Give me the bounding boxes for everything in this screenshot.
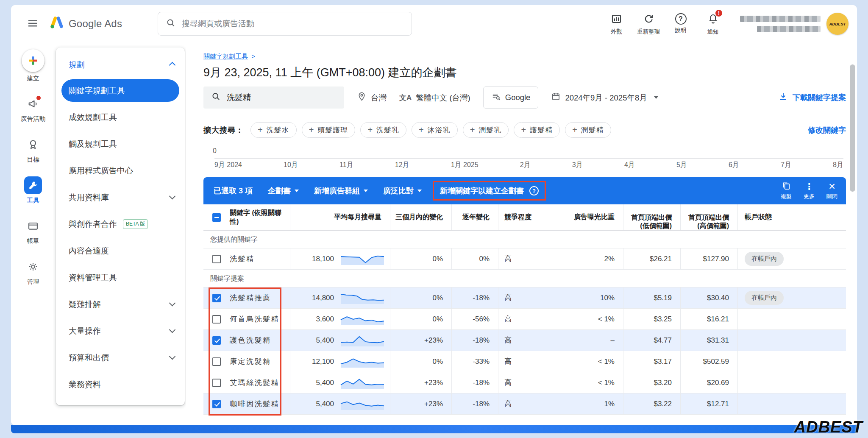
nav-item-creator-partnerships[interactable]: 與創作者合作 BETA 版 bbox=[56, 211, 185, 237]
broaden-chip[interactable]: + 潤髮乳 bbox=[463, 122, 509, 138]
broaden-chip[interactable]: + 頭髮護理 bbox=[302, 122, 356, 138]
nav-item-reach-planner[interactable]: 觸及規劃工具 bbox=[56, 131, 185, 157]
chevron-up-icon bbox=[169, 61, 176, 68]
broaden-chip[interactable]: + 洗髮水 bbox=[250, 122, 297, 138]
rail-item-billing[interactable]: 帳單 bbox=[24, 217, 42, 245]
keyword-cell[interactable]: 咖啡因洗髮精 bbox=[230, 399, 290, 409]
location-filter[interactable]: 台灣 bbox=[357, 92, 387, 103]
column-keyword[interactable]: 關鍵字 (依照關聯性) bbox=[230, 209, 290, 226]
broad-match-menu[interactable]: 廣泛比對 bbox=[383, 186, 422, 196]
nav-item-content-suitability[interactable]: 內容合適度 bbox=[56, 237, 185, 264]
help-button[interactable]: ? 說明 bbox=[665, 12, 697, 34]
column-competition[interactable]: 競爭程度 bbox=[498, 204, 549, 230]
table-row[interactable]: 洗髮精推薦 14,800 0% -18% 高 10% $5.19 $30.40 … bbox=[203, 287, 846, 309]
trend-sparkline bbox=[339, 252, 386, 266]
nav-item-business-data[interactable]: 業務資料 bbox=[56, 371, 185, 398]
column-top-of-page-bid-high[interactable]: 首頁頂端出價 (高價範圍) bbox=[680, 204, 737, 230]
campaigns-icon bbox=[24, 95, 42, 113]
edit-keywords-link[interactable]: 修改關鍵字 bbox=[808, 125, 846, 135]
broaden-search-row: 擴大搜尋： + 洗髮水 + 頭髮護理 + 洗髮乳 + 沐浴乳 + 潤髮乳 + 護… bbox=[203, 116, 846, 144]
search-icon bbox=[166, 18, 176, 30]
nav-item-keyword-planner[interactable]: 關鍵字規劃工具 bbox=[61, 79, 179, 102]
help-circle-icon[interactable]: ? bbox=[529, 186, 539, 195]
table-row[interactable]: 咖啡因洗髮精 5,400 +23% -18% 高 1% $3.22 $12.71 bbox=[203, 393, 846, 415]
broaden-chip[interactable]: + 潤髮精 bbox=[565, 122, 611, 138]
nav-item-performance-planner[interactable]: 成效規劃工具 bbox=[56, 104, 185, 131]
results-panel: 已選取 3 項 企劃書 新增廣告群組 廣泛比對 bbox=[203, 177, 846, 415]
copy-button[interactable]: 複製 bbox=[775, 181, 798, 201]
nav-item-app-ads-hub[interactable]: 應用程式廣告中心 bbox=[56, 157, 185, 184]
vertical-scrollbar[interactable] bbox=[850, 64, 855, 192]
breadcrumb: 關鍵字規劃工具 > bbox=[203, 53, 846, 61]
rail-item-admin[interactable]: 管理 bbox=[24, 258, 42, 286]
row-checkbox[interactable] bbox=[212, 336, 221, 345]
rail-item-create[interactable]: 建立 bbox=[22, 49, 45, 82]
row-checkbox[interactable] bbox=[212, 255, 221, 263]
nav-item-budgets-bidding[interactable]: 預算和出價 bbox=[56, 344, 185, 371]
row-checkbox[interactable] bbox=[212, 294, 221, 302]
row-checkbox[interactable] bbox=[212, 400, 221, 408]
account-info[interactable] bbox=[740, 16, 821, 32]
column-account-status[interactable]: 帳戶狀態 bbox=[737, 204, 846, 230]
keyword-cell[interactable]: 護色洗髮精 bbox=[230, 335, 290, 345]
keyword-cell[interactable]: 洗髮精 bbox=[230, 254, 290, 264]
network-filter[interactable]: Google bbox=[483, 86, 539, 109]
close-button[interactable]: ✕ 關閉 bbox=[821, 181, 843, 200]
breadcrumb-link[interactable]: 關鍵字規劃工具 bbox=[203, 53, 248, 60]
rail-item-goals[interactable]: 目標 bbox=[24, 136, 42, 164]
column-top-of-page-bid-low[interactable]: 首頁頂端出價 (低價範圍) bbox=[623, 204, 680, 230]
plan-menu[interactable]: 企劃書 bbox=[268, 186, 299, 196]
table-row[interactable]: 何首烏洗髮精 3,600 0% -56% 高 < 1% $3.25 $16.21 bbox=[203, 309, 846, 330]
column-ad-impression-share[interactable]: 廣告曝光比重 bbox=[549, 204, 623, 230]
keyword-cell[interactable]: 何首烏洗髮精 bbox=[230, 314, 290, 324]
column-three-month-change[interactable]: 三個月內的變化 bbox=[390, 204, 451, 230]
appearance-button[interactable]: 外觀 bbox=[600, 12, 632, 36]
keyword-cell[interactable]: 艾瑪絲洗髮精 bbox=[230, 378, 290, 388]
keyword-search-field[interactable]: 洗髮精 bbox=[203, 86, 344, 109]
broaden-chip[interactable]: + 護髮精 bbox=[514, 122, 560, 138]
table-row[interactable]: 艾瑪絲洗髮精 5,400 +23% -18% 高 < 1% $3.20 $20.… bbox=[203, 372, 846, 393]
beta-badge: BETA 版 bbox=[123, 219, 148, 229]
account-status-badge: 在帳戶內 bbox=[745, 291, 784, 305]
download-keyword-ideas-link[interactable]: 下載關鍵字提案 bbox=[778, 92, 846, 104]
row-checkbox[interactable] bbox=[212, 315, 221, 324]
row-checkbox[interactable] bbox=[212, 379, 221, 387]
table-row[interactable]: 康定洗髮精 12,100 0% -33% 高 < 1% $3.17 $502.5… bbox=[203, 351, 846, 372]
billing-icon bbox=[24, 217, 42, 235]
copy-icon bbox=[782, 181, 791, 192]
more-button[interactable]: ⋮ 更多 bbox=[798, 181, 821, 200]
nav-item-shared-library[interactable]: 共用資料庫 bbox=[56, 184, 185, 211]
top-of-page-bid-low-value: $4.77 bbox=[623, 330, 680, 351]
avg-monthly-searches-value: 5,400 bbox=[316, 400, 334, 408]
brand-name: Google Ads bbox=[69, 18, 122, 30]
language-filter[interactable]: 文A 繁體中文 (台灣) bbox=[399, 92, 470, 103]
column-avg-monthly-searches[interactable]: 平均每月搜尋量 bbox=[290, 204, 390, 230]
table-row[interactable]: 洗髮精 18,100 0% 0% 高 2% $26.21 $127.90 在帳戶… bbox=[203, 248, 846, 270]
date-range-filter[interactable]: 2024年9月 - 2025年8月 bbox=[551, 92, 658, 103]
global-search-input[interactable] bbox=[182, 19, 404, 28]
nav-item-troubleshooting[interactable]: 疑難排解 bbox=[56, 291, 185, 318]
keyword-cell[interactable]: 康定洗髮精 bbox=[230, 357, 290, 366]
refresh-button[interactable]: 重新整理 bbox=[632, 12, 665, 36]
campaigns-alert-dot bbox=[36, 96, 41, 100]
select-all-checkbox[interactable] bbox=[212, 213, 221, 222]
broaden-chip[interactable]: + 沐浴乳 bbox=[412, 122, 458, 138]
nav-section-planning[interactable]: 規劃 bbox=[56, 53, 185, 77]
broaden-chip[interactable]: + 洗髮乳 bbox=[360, 122, 406, 138]
location-pin-icon bbox=[357, 92, 367, 103]
keyword-cell[interactable]: 洗髮精推薦 bbox=[230, 293, 290, 303]
column-yoy-change[interactable]: 逐年變化 bbox=[451, 204, 498, 230]
rail-item-tools[interactable]: 工具 bbox=[24, 176, 42, 204]
row-checkbox[interactable] bbox=[212, 357, 221, 366]
add-keywords-to-plan-button[interactable]: 新增關鍵字以建立企劃書 bbox=[440, 186, 524, 196]
nav-item-data-manager[interactable]: 資料管理工具 bbox=[56, 264, 185, 291]
main-menu-button[interactable] bbox=[24, 14, 42, 33]
add-ad-group-menu[interactable]: 新增廣告群組 bbox=[314, 186, 368, 196]
desktop-frame: Google Ads 外觀 重新整 bbox=[0, 0, 868, 438]
global-search[interactable] bbox=[158, 12, 412, 36]
notifications-button[interactable]: ! 通知 bbox=[697, 12, 729, 36]
trend-chart-area: 0 9月 202410月11月12月1月 20252月3月4月5月6月7月8月 bbox=[203, 144, 846, 177]
rail-item-campaigns[interactable]: 廣告活動 bbox=[21, 95, 45, 123]
table-row[interactable]: 護色洗髮精 5,400 +23% -18% 高 – $4.77 $31.31 bbox=[203, 330, 846, 351]
nav-item-bulk-actions[interactable]: 大量操作 bbox=[56, 318, 185, 344]
